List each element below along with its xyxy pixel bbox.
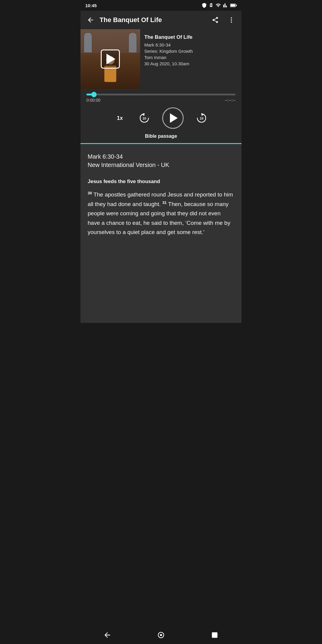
player-controls: 1x 10 10 <box>86 107 236 129</box>
svg-point-5 <box>231 21 232 23</box>
audio-player: 0:00:00 --:--:-- 1x 10 <box>80 89 242 143</box>
nav-bar: The Banquet Of Life <box>80 11 242 29</box>
sermon-verse: Mark 6:30-34 <box>144 42 237 47</box>
sermon-info: The Banquet Of Life Mark 6:30-34 Series:… <box>80 29 242 89</box>
verse-30-number: 30 <box>88 191 92 195</box>
current-time: 0:00:00 <box>86 98 100 103</box>
time-display: 0:00:00 --:--:-- <box>86 98 236 103</box>
progress-knob[interactable] <box>91 92 97 97</box>
nav-actions <box>210 15 237 25</box>
status-icons <box>202 3 237 8</box>
status-time: 10:45 <box>85 3 97 8</box>
video-play-overlay[interactable] <box>101 49 120 69</box>
svg-marker-7 <box>202 113 204 116</box>
share-button[interactable] <box>210 15 221 25</box>
signal-icon <box>223 3 228 8</box>
passage-text: 30 The apostles gathered round Jesus and… <box>88 190 234 237</box>
more-options-button[interactable] <box>226 15 237 25</box>
bible-passage-label: Bible passage <box>86 134 236 140</box>
bible-version: New International Version - UK <box>88 162 169 168</box>
sermon-author: Tom Inman <box>144 55 237 60</box>
forward-button[interactable]: 10 <box>194 111 209 125</box>
battery-icon <box>230 3 237 7</box>
svg-point-3 <box>231 17 232 18</box>
verse-31-number: 31 <box>162 200 166 205</box>
forward-label: 10 <box>200 117 203 120</box>
play-triangle-icon <box>106 54 115 64</box>
svg-rect-2 <box>230 4 235 7</box>
bible-reference: Mark 6:30-34 New International Version -… <box>88 152 234 169</box>
svg-rect-1 <box>236 4 237 6</box>
back-button[interactable] <box>85 15 96 25</box>
sermon-series: Series: Kingdom Growth <box>144 49 237 54</box>
play-pause-button[interactable] <box>162 107 184 129</box>
passage-heading: Jesus feeds the five thousand <box>88 179 234 185</box>
page-title: The Banquet Of Life <box>100 16 206 24</box>
bible-section: Mark 6:30-34 New International Version -… <box>80 144 242 323</box>
rewind-label: 10 <box>143 117 146 120</box>
status-bar: 10:45 <box>80 0 242 11</box>
sim-icon <box>209 3 213 8</box>
svg-point-4 <box>231 19 232 21</box>
shield-icon <box>202 3 207 8</box>
sermon-thumbnail[interactable] <box>80 29 140 89</box>
sermon-date: 30 Aug 2020, 10.30am <box>144 61 237 66</box>
speed-button[interactable]: 1x <box>113 112 126 125</box>
sermon-meta: The Banquet Of Life Mark 6:30-34 Series:… <box>140 29 242 89</box>
sermon-title: The Banquet Of Life <box>144 34 237 41</box>
progress-bar[interactable] <box>86 94 236 95</box>
rewind-button[interactable]: 10 <box>137 111 151 125</box>
svg-marker-6 <box>142 113 144 116</box>
wifi-icon <box>215 3 221 8</box>
play-icon <box>170 113 178 123</box>
total-time: --:--:-- <box>225 98 236 103</box>
